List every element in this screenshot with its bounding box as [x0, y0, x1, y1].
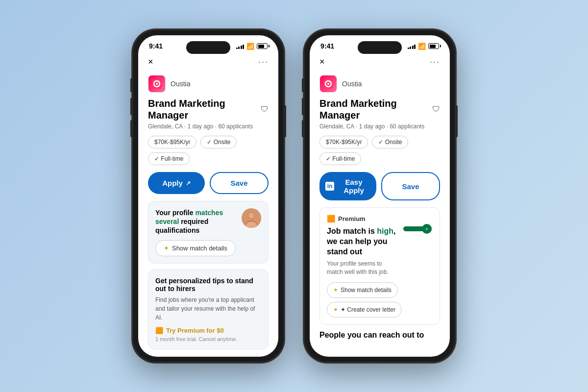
- premium-content-right: Job match is high, we can help you stand…: [327, 226, 399, 276]
- svg-rect-12: [329, 81, 331, 82]
- job-title-right: Brand Marketing Manager: [319, 98, 428, 121]
- left-header-row: × ···: [148, 57, 269, 67]
- premium-gem-left: 🟧: [155, 327, 163, 334]
- tips-title-left: Get personalized tips to stand out to hi…: [155, 277, 261, 293]
- tags-row-right: $70K-$95K/yr ✓ Onsite ✓ Full-time: [319, 136, 440, 165]
- save-label-right: Save: [402, 182, 419, 191]
- avatar-image-left: [242, 208, 261, 228]
- apply-label-left: Apply: [162, 179, 183, 187]
- more-button-left[interactable]: ···: [258, 57, 269, 67]
- left-phone: 9:41 📶 × ···: [132, 29, 284, 363]
- create-cover-letter-label-right: ✦ Create cover letter: [341, 306, 395, 313]
- tag-salary-right: $70K-$95K/yr: [319, 136, 368, 148]
- easy-apply-button-right[interactable]: in Easy Apply: [319, 172, 376, 200]
- apply-button-left[interactable]: Apply ↗: [148, 172, 205, 194]
- tag-fulltime-left: ✓ Full-time: [148, 152, 190, 165]
- job-title-left: Brand Marketing Manager: [148, 98, 257, 121]
- match-card-left: Your profile matches several required qu…: [148, 201, 269, 264]
- company-name-left[interactable]: Oustia: [171, 80, 190, 88]
- tips-card-left: Get personalized tips to stand out to hi…: [148, 270, 269, 349]
- action-row-right: in Easy Apply Save: [319, 172, 440, 200]
- tags-row-left: $70K-$95K/yr ✓ Onsite ✓ Full-time: [148, 136, 269, 165]
- volume-down-button-right[interactable]: [302, 120, 304, 137]
- right-phone-screen: 9:41 📶 × ···: [310, 35, 450, 357]
- job-match-desc-right: Your profile seems to match well with th…: [327, 260, 399, 276]
- oustia-logo-right: [322, 78, 334, 90]
- meter-fill-right: +: [403, 226, 427, 231]
- easy-apply-label-right: Easy Apply: [337, 178, 370, 195]
- sparkle-icon-match-right: ✦: [333, 287, 338, 294]
- match-text-left: Your profile matches several required qu…: [155, 208, 261, 235]
- svg-point-2: [156, 83, 158, 85]
- tips-body-left: Find jobs where you're a top applicant a…: [155, 295, 261, 322]
- status-icons-left: 📶: [236, 43, 268, 50]
- company-name-right[interactable]: Oustia: [342, 80, 362, 88]
- status-icons-right: 📶: [408, 43, 440, 50]
- volume-up-button-right[interactable]: [302, 98, 304, 115]
- battery-icon-left: [257, 43, 268, 49]
- tag-onsite-left: ✓ Onsite: [200, 136, 237, 148]
- show-match-button-right[interactable]: ✦ Show match details: [327, 282, 398, 298]
- job-match-title-right: Job match is high, we can help you stand…: [327, 226, 399, 257]
- volume-down-button-left[interactable]: [130, 120, 132, 137]
- sparkle-icon-cover-right: ✦: [333, 306, 338, 313]
- tag-salary-left: $70K-$95K/yr: [148, 136, 196, 148]
- show-match-button-left[interactable]: ✦ Show match details: [155, 240, 236, 256]
- verified-icon-left: 🛡: [261, 105, 269, 114]
- job-match-normal-right: Job match is: [327, 227, 377, 235]
- trial-text-left: 1 month free trial. Cancel anytime.: [155, 336, 261, 342]
- company-row-right: Oustia: [319, 75, 440, 93]
- battery-icon-right: [428, 43, 439, 49]
- right-screen-content: × ··· Oustia Brand Marketing Manager: [310, 53, 450, 349]
- close-button-right[interactable]: ×: [319, 57, 325, 67]
- premium-gem-right: 🟧: [327, 215, 335, 222]
- match-description-left: Your profile matches several required qu…: [155, 208, 238, 235]
- dynamic-island-right: [358, 41, 402, 54]
- people-section-title-right: People you can reach out to: [319, 331, 440, 340]
- show-match-label-left: Show match details: [172, 245, 227, 252]
- volume-up-button-left[interactable]: [130, 98, 132, 115]
- try-premium-button-left[interactable]: 🟧 Try Premium for $0: [155, 327, 224, 334]
- create-cover-letter-button-right[interactable]: ✦ ✦ Create cover letter: [327, 302, 402, 318]
- avatar-left: [242, 208, 261, 228]
- job-title-row-right: Brand Marketing Manager 🛡: [319, 98, 440, 121]
- mute-button-left[interactable]: [130, 78, 132, 92]
- save-label-left: Save: [230, 179, 247, 187]
- job-meta-left: Glendale, CA · 1 day ago · 60 applicants: [148, 123, 269, 130]
- left-phone-screen: 9:41 📶 × ···: [138, 35, 278, 357]
- more-button-right[interactable]: ···: [430, 57, 440, 67]
- premium-body-right: Job match is high, we can help you stand…: [327, 226, 433, 276]
- wifi-icon-left: 📶: [246, 43, 254, 50]
- dynamic-island-left: [186, 41, 230, 54]
- match-normal-left: Your profile: [155, 209, 195, 217]
- action-row-left: Apply ↗ Save: [148, 172, 269, 194]
- show-match-label-right: Show match details: [341, 287, 392, 294]
- company-row-left: Oustia: [148, 75, 269, 93]
- right-phone: 9:41 📶 × ···: [304, 29, 456, 363]
- verified-icon-right: 🛡: [432, 105, 440, 114]
- job-match-high-right: high: [377, 227, 393, 235]
- external-link-icon-left: ↗: [186, 180, 191, 187]
- tag-onsite-right: ✓ Onsite: [372, 136, 408, 148]
- premium-label-right: Premium: [338, 215, 366, 222]
- mute-button-right[interactable]: [302, 78, 304, 92]
- save-button-right[interactable]: Save: [381, 172, 440, 200]
- power-button-right[interactable]: [456, 105, 458, 137]
- linkedin-icon-right: in: [325, 182, 334, 191]
- close-button-left[interactable]: ×: [148, 57, 153, 67]
- signal-icon-right: [408, 43, 416, 49]
- save-button-left[interactable]: Save: [210, 172, 269, 194]
- premium-card-right: 🟧 Premium Job match is high, we can help…: [319, 207, 440, 325]
- job-meta-right: Glendale, CA · 1 day ago · 60 applicants: [319, 123, 440, 130]
- meter-dot-right: +: [422, 224, 432, 234]
- power-button-left[interactable]: [284, 105, 286, 137]
- sparkle-icon-left: ✦: [164, 245, 169, 252]
- try-premium-label-left: Try Premium for $0: [166, 327, 224, 334]
- time-left: 9:41: [149, 42, 163, 50]
- svg-rect-3: [158, 81, 159, 82]
- premium-badge-row-right: 🟧 Premium: [327, 215, 433, 222]
- match-meter-right: +: [403, 226, 433, 231]
- right-header-row: × ···: [319, 57, 440, 67]
- svg-point-7: [248, 213, 254, 219]
- company-logo-left: [148, 75, 166, 93]
